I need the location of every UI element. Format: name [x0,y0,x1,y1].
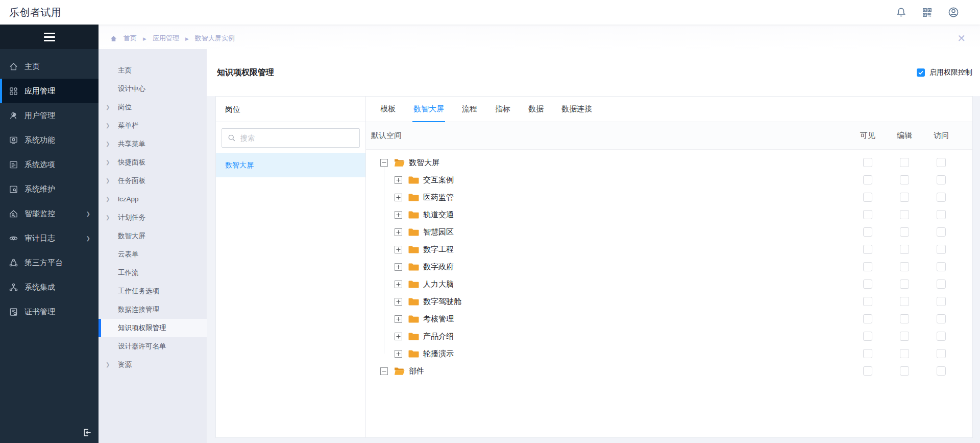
visible-checkbox[interactable] [863,210,872,219]
submenu-item[interactable]: ❯ 菜单栏 [99,116,207,135]
tree-node-label[interactable]: 轮播演示 [423,349,454,359]
access-checkbox[interactable] [937,332,946,341]
expand-icon[interactable] [395,246,402,253]
sidebar-item[interactable]: 审计日志 ❯ [0,226,99,250]
expand-icon[interactable] [395,176,402,184]
submenu-item[interactable]: ❯ 知识项权限管理 [99,319,207,337]
visible-checkbox[interactable] [863,158,872,167]
edit-checkbox[interactable] [900,245,909,254]
tree-node-label[interactable]: 数字工程 [423,245,454,254]
expand-icon[interactable] [395,211,402,219]
expand-icon[interactable] [395,333,402,340]
visible-checkbox[interactable] [863,227,872,237]
breadcrumb-item[interactable]: 应用管理 [143,34,179,43]
tree-node-label[interactable]: 交互案例 [423,175,454,185]
access-checkbox[interactable] [937,314,946,323]
close-icon[interactable]: ✕ [957,33,966,43]
visible-checkbox[interactable] [863,262,872,271]
user-avatar-icon[interactable] [947,6,960,18]
access-checkbox[interactable] [937,158,946,167]
qr-code-icon[interactable] [921,7,933,18]
access-checkbox[interactable] [937,279,946,289]
sidebar-item[interactable]: 系统维护 ❯ [0,177,99,201]
submenu-item[interactable]: ❯ 任务面板 [99,172,207,190]
logout-icon[interactable] [82,428,92,437]
bell-icon[interactable] [895,7,907,18]
tree-node-label[interactable]: 部件 [409,366,424,376]
submenu-item[interactable]: ❯ 数智大屏 [99,227,207,245]
visible-checkbox[interactable] [863,279,872,289]
access-checkbox[interactable] [937,245,946,254]
access-checkbox[interactable] [937,297,946,306]
expand-icon[interactable] [395,228,402,236]
breadcrumb-item[interactable]: 首页 [124,34,137,43]
tree-node-label[interactable]: 智慧园区 [423,227,454,237]
edit-checkbox[interactable] [900,297,909,306]
access-checkbox[interactable] [937,193,946,202]
submenu-item[interactable]: ❯ 计划任务 [99,208,207,227]
visible-checkbox[interactable] [863,297,872,306]
breadcrumb-item[interactable]: 数智大屏实例 [185,34,235,43]
sidebar-item[interactable]: 应用管理 ❯ [0,79,99,103]
access-checkbox[interactable] [937,262,946,271]
collapse-icon[interactable] [380,367,388,375]
expand-icon[interactable] [395,350,402,358]
edit-checkbox[interactable] [900,349,909,358]
sidebar-item[interactable]: 证书管理 ❯ [0,299,99,324]
visible-checkbox[interactable] [863,175,872,184]
expand-icon[interactable] [395,298,402,306]
submenu-item[interactable]: ❯ 设计器许可名单 [99,337,207,356]
submenu-item[interactable]: ❯ 云表单 [99,245,207,264]
access-checkbox[interactable] [937,175,946,184]
edit-checkbox[interactable] [900,314,909,323]
submenu-item[interactable]: ❯ 数据连接管理 [99,300,207,319]
tree-node-label[interactable]: 考核管理 [423,314,454,324]
edit-checkbox[interactable] [900,193,909,202]
edit-checkbox[interactable] [900,175,909,184]
visible-checkbox[interactable] [863,332,872,341]
tab[interactable]: 指标 [495,97,510,122]
sidebar-item[interactable]: 系统功能 ❯ [0,128,99,152]
submenu-item[interactable]: ❯ 快捷面板 [99,153,207,172]
collapse-icon[interactable] [380,159,388,167]
submenu-item[interactable]: ❯ 工作任务选项 [99,282,207,300]
tree-node-label[interactable]: 人力大脑 [423,279,454,289]
tree-node-label[interactable]: 数字驾驶舱 [423,297,461,307]
tree-node-label[interactable]: 数字政府 [423,262,454,272]
tree-node-label[interactable]: 医药监管 [423,193,454,202]
checked-checkbox[interactable] [917,68,925,77]
edit-checkbox[interactable] [900,262,909,271]
sidebar-item[interactable]: 第三方平台 ❯ [0,250,99,275]
edit-checkbox[interactable] [900,158,909,167]
edit-checkbox[interactable] [900,279,909,289]
edit-checkbox[interactable] [900,366,909,376]
access-checkbox[interactable] [937,349,946,358]
expand-icon[interactable] [395,194,402,201]
tab[interactable]: 数据连接 [561,97,592,122]
tree-node-label[interactable]: 数智大屏 [409,158,439,168]
edit-checkbox[interactable] [900,332,909,341]
visible-checkbox[interactable] [863,366,872,376]
tab[interactable]: 数智大屏 [413,97,444,122]
tab[interactable]: 流程 [462,97,477,122]
edit-checkbox[interactable] [900,210,909,219]
access-checkbox[interactable] [937,227,946,237]
expand-icon[interactable] [395,281,402,288]
tree-node-label[interactable]: 轨道交通 [423,210,454,220]
expand-icon[interactable] [395,263,402,271]
visible-checkbox[interactable] [863,193,872,202]
submenu-item[interactable]: ❯ 共享菜单 [99,135,207,153]
tree-node-label[interactable]: 产品介绍 [423,332,454,341]
expand-icon[interactable] [395,315,402,323]
tab[interactable]: 模板 [380,97,396,122]
sidebar-item[interactable]: 系统选项 ❯ [0,152,99,177]
submenu-item[interactable]: ❯ 主页 [99,61,207,80]
visible-checkbox[interactable] [863,349,872,358]
tab[interactable]: 数据 [528,97,544,122]
sidebar-collapse-button[interactable] [0,25,99,49]
visible-checkbox[interactable] [863,245,872,254]
visible-checkbox[interactable] [863,314,872,323]
submenu-item[interactable]: ❯ 设计中心 [99,80,207,98]
sidebar-item[interactable]: 智能监控 ❯ [0,201,99,226]
sidebar-item[interactable]: 用户管理 ❯ [0,103,99,128]
